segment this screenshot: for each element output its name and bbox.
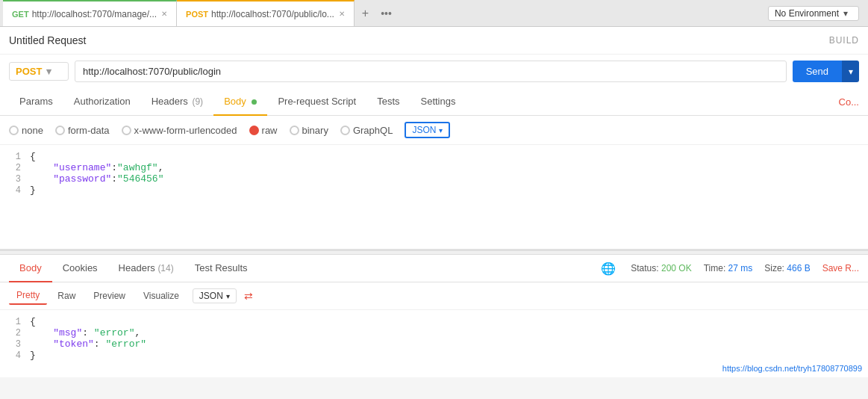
radio-urlencoded-icon: [122, 126, 131, 135]
opt-raw[interactable]: raw: [249, 125, 278, 136]
radio-none-icon: [9, 126, 19, 135]
tab-get[interactable]: GET http://localhost:7070/manage/... ✕: [3, 0, 177, 26]
req-line-4: 4 }: [0, 185, 868, 196]
response-format-bar: Pretty Raw Preview Visualize JSON ▾ ⇄: [0, 282, 868, 310]
tab-post-close[interactable]: ✕: [339, 10, 345, 18]
resp-line-1: 1 {: [0, 316, 868, 327]
json-type-label: JSON: [412, 125, 436, 135]
resp-tab-test-results[interactable]: Test Results: [184, 255, 258, 282]
save-response-button[interactable]: Save R...: [822, 263, 859, 273]
env-chevron-icon: ▾: [843, 8, 848, 19]
time-stat: Time: 27 ms: [704, 263, 753, 273]
opt-graphql[interactable]: GraphQL: [340, 125, 393, 136]
tab-body[interactable]: Body: [213, 88, 267, 116]
response-tabs-bar: Body Cookies Headers (14) Test Results 🌐…: [0, 255, 868, 282]
resp-line-3: 3 "token": "error": [0, 338, 868, 350]
url-input[interactable]: [75, 61, 787, 82]
watermark-url: https://blog.csdn.net/tryh17808770899: [722, 364, 862, 373]
build-label: BUILD: [829, 35, 859, 46]
time-value: 27 ms: [728, 263, 753, 273]
tab-get-close[interactable]: ✕: [161, 10, 167, 18]
json-type-dropdown[interactable]: JSON ▾: [405, 122, 450, 138]
radio-raw-icon: [249, 126, 259, 135]
opt-urlencoded[interactable]: x-www-form-urlencoded: [122, 125, 237, 136]
send-btn-group: Send ▾: [793, 61, 859, 82]
fmt-visualize[interactable]: Visualize: [136, 288, 187, 304]
response-status-bar: 🌐 Status: 200 OK Time: 27 ms Size: 466 B…: [601, 262, 859, 276]
tab-more-button[interactable]: •••: [376, 7, 396, 19]
env-label: No Environment: [775, 8, 839, 19]
fmt-arrow-icon: ▾: [226, 292, 230, 300]
resp-tab-body[interactable]: Body: [9, 255, 52, 282]
method-arrow-icon: ▾: [46, 66, 51, 77]
tab-authorization[interactable]: Authorization: [63, 88, 141, 116]
body-dot: [252, 99, 257, 105]
resp-line-2: 2 "msg": "error",: [0, 327, 868, 338]
json-dropdown-arrow-icon: ▾: [439, 126, 443, 134]
request-tabs: Params Authorization Headers (9) Body Pr…: [0, 88, 868, 116]
tab-pre-request[interactable]: Pre-request Script: [267, 88, 366, 116]
response-code-wrap: 1 { 2 "msg": "error", 3 "token": "error"…: [0, 310, 868, 377]
resp-fmt-label: JSON: [199, 291, 223, 301]
fmt-raw[interactable]: Raw: [50, 288, 83, 304]
method-label: POST: [16, 66, 42, 77]
status-label: Status: 200 OK: [631, 263, 691, 273]
tab-get-method: GET: [12, 10, 29, 19]
resp-line-4: 4 }: [0, 350, 868, 361]
request-title: Untitled Request: [9, 34, 87, 46]
req-line-2: 2 "username":"awhgf",: [0, 162, 868, 173]
tab-settings[interactable]: Settings: [410, 88, 466, 116]
method-select[interactable]: POST ▾: [9, 62, 69, 81]
codes-link[interactable]: Co...: [839, 96, 859, 108]
size-stat: Size: 466 B: [764, 263, 810, 273]
tab-params[interactable]: Params: [9, 88, 63, 116]
resp-tab-cookies[interactable]: Cookies: [52, 255, 108, 282]
request-panel: Untitled Request BUILD POST ▾ Send ▾ Par…: [0, 27, 868, 250]
fmt-preview[interactable]: Preview: [86, 288, 133, 304]
tab-bar: GET http://localhost:7070/manage/... ✕ P…: [0, 0, 868, 27]
send-arrow-button[interactable]: ▾: [842, 61, 859, 82]
globe-icon: 🌐: [601, 262, 616, 276]
req-line-1: 1 {: [0, 151, 868, 162]
opt-form-data[interactable]: form-data: [55, 125, 110, 136]
tab-add-button[interactable]: +: [355, 7, 376, 20]
tab-post[interactable]: POST http://localhost:7070/public/lo... …: [177, 0, 355, 26]
wrap-icon[interactable]: ⇄: [244, 290, 253, 302]
env-selector[interactable]: No Environment ▾: [768, 6, 859, 21]
radio-formdata-icon: [55, 126, 65, 135]
tab-get-url: http://localhost:7070/manage/...: [32, 9, 157, 19]
opt-binary[interactable]: binary: [290, 125, 328, 136]
req-line-3: 3 "password":"546456": [0, 173, 868, 185]
request-title-bar: Untitled Request BUILD: [0, 27, 868, 55]
size-value: 466 B: [787, 263, 810, 273]
status-value: 200 OK: [661, 263, 692, 273]
opt-none[interactable]: none: [9, 125, 43, 136]
response-panel: Body Cookies Headers (14) Test Results 🌐…: [0, 255, 868, 377]
radio-graphql-icon: [340, 126, 350, 135]
fmt-pretty[interactable]: Pretty: [9, 287, 47, 305]
url-bar: POST ▾ Send ▾: [0, 55, 868, 88]
request-code-editor[interactable]: 1 { 2 "username":"awhgf", 3 "password":"…: [0, 145, 868, 250]
radio-binary-icon: [290, 126, 299, 135]
body-options: none form-data x-www-form-urlencoded raw…: [0, 116, 868, 145]
tab-headers[interactable]: Headers (9): [141, 88, 213, 116]
tab-tests[interactable]: Tests: [366, 88, 410, 116]
tab-post-method: POST: [186, 10, 208, 19]
resp-tab-headers[interactable]: Headers (14): [108, 255, 184, 282]
resp-format-dropdown[interactable]: JSON ▾: [193, 288, 237, 303]
tab-post-url: http://localhost:7070/public/lo...: [211, 9, 334, 19]
send-button[interactable]: Send: [793, 61, 842, 82]
